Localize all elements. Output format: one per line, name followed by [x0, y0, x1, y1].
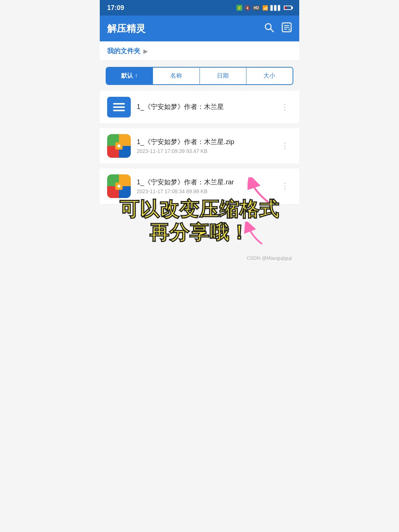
archive-icon — [107, 134, 131, 158]
file-meta: 2023-11-17 17:09:39 93.47 KB — [137, 148, 278, 154]
breadcrumb-arrow-icon: ▶ — [143, 48, 148, 55]
list-item[interactable]: 1_《宁安如梦》作者：木兰星.rar 2023-11-17 17:08:34 8… — [100, 168, 299, 204]
status-time: 17:09 — [107, 4, 124, 12]
archive-icon — [107, 174, 131, 198]
file-name: 1_《宁安如梦》作者：木兰星.zip — [137, 138, 278, 146]
app-title: 解压精灵 — [107, 22, 146, 35]
file-info: 1_《宁安如梦》作者：木兰星 — [137, 103, 278, 111]
file-name: 1_《宁安如梦》作者：木兰星 — [137, 103, 278, 111]
wifi-icon: 📶 — [262, 5, 268, 11]
battery-icon — [284, 6, 292, 10]
header-icons — [264, 22, 292, 35]
hd-badge: HD — [253, 6, 260, 10]
more-icon[interactable]: ⋮ — [278, 178, 292, 194]
charge-icon: ⚡ — [236, 5, 242, 11]
more-icon[interactable]: ⋮ — [278, 138, 292, 154]
sort-tabs: 默认 ↑ 名称 日期 大小 — [106, 67, 293, 85]
file-list: 1_《宁安如梦》作者：木兰星 ⋮ 1_《宁安如梦》作者：木兰星.zip 2023… — [100, 91, 299, 204]
list-item[interactable]: 1_《宁安如梦》作者：木兰星.zip 2023-11-17 17:09:39 9… — [100, 128, 299, 164]
sort-tab-name[interactable]: 名称 — [153, 68, 200, 84]
app-header: 解压精灵 — [100, 16, 299, 41]
folder-icon — [107, 97, 131, 117]
sort-tab-size[interactable]: 大小 — [246, 68, 293, 84]
signal-icon: ▋▋▋ — [270, 5, 282, 11]
file-info: 1_《宁安如梦》作者：木兰星.rar 2023-11-17 17:08:34 8… — [137, 178, 278, 194]
file-info: 1_《宁安如梦》作者：木兰星.zip 2023-11-17 17:09:39 9… — [137, 138, 278, 154]
status-icons: ⚡ 🔇 HD 📶 ▋▋▋ — [236, 5, 292, 11]
pink-arrow-2 — [244, 222, 270, 248]
csdn-watermark: CSDN @Miaogujiguji — [247, 255, 292, 261]
mute-icon: 🔇 — [245, 5, 250, 11]
file-meta: 2023-11-17 17:08:34 89.98 KB — [137, 188, 278, 194]
divider — [100, 164, 299, 168]
overlay-line2: 再分享哦！ — [100, 221, 299, 244]
edit-icon[interactable] — [282, 22, 292, 35]
breadcrumb[interactable]: 我的文件夹 ▶ — [100, 41, 299, 61]
list-item[interactable]: 1_《宁安如梦》作者：木兰星 ⋮ — [100, 91, 299, 124]
sort-tab-date[interactable]: 日期 — [200, 68, 246, 84]
divider — [100, 124, 299, 128]
sort-tab-default[interactable]: 默认 ↑ — [106, 68, 153, 84]
search-icon[interactable] — [264, 22, 274, 35]
breadcrumb-label: 我的文件夹 — [107, 47, 140, 55]
svg-line-1 — [270, 29, 273, 32]
file-name: 1_《宁安如梦》作者：木兰星.rar — [137, 178, 278, 187]
overlay-text: 可以改变压缩格式 再分享哦！ — [100, 198, 299, 244]
status-bar: 17:09 ⚡ 🔇 HD 📶 ▋▋▋ — [100, 0, 299, 16]
more-icon[interactable]: ⋮ — [278, 99, 292, 115]
